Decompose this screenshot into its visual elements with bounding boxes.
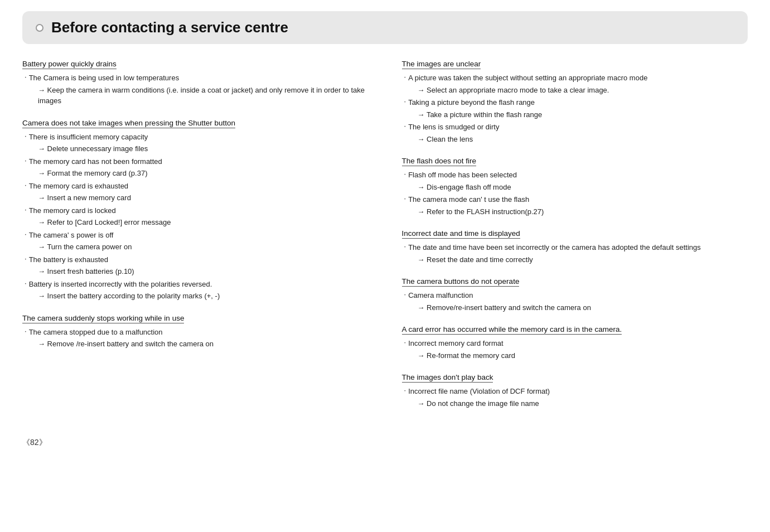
section-flash: The flash does not fire· Flash off mode … [402, 157, 748, 217]
bullet-icon: · [404, 338, 406, 346]
bullet-icon: · [404, 122, 406, 130]
arrow-text: → Clean the lens [418, 134, 473, 145]
section-title-battery: Battery power quickly drains [22, 60, 117, 69]
item-text: The memory card is locked [29, 205, 116, 216]
list-item: · Incorrect memory card format [402, 338, 748, 349]
bullet-icon: · [25, 205, 27, 214]
arrow-line: → Insert the battery according to the po… [22, 291, 369, 302]
section-title-unclear: The images are unclear [402, 60, 481, 69]
item-text: The camera stopped due to a malfunction [29, 327, 163, 338]
bullet-icon: · [404, 194, 406, 202]
list-item: · The camera stopped due to a malfunctio… [22, 327, 369, 338]
bullet-icon: · [25, 181, 27, 189]
arrow-line: → Format the memory card (p.37) [22, 168, 369, 179]
arrow-text: → Remove /re-insert battery and switch t… [38, 338, 214, 350]
list-item: · The memory card is locked [22, 205, 369, 216]
item-text: The memory card is exhausted [29, 181, 128, 192]
arrow-text: → Re-format the memory card [418, 350, 516, 361]
bullet-icon: · [25, 327, 27, 335]
arrow-line: → Dis-engage flash off mode [402, 182, 748, 193]
item-text: The Camera is being used in low temperat… [29, 72, 180, 84]
section-title-playback: The images don't play back [402, 373, 493, 383]
list-item: · The battery is exhausted [22, 254, 369, 265]
bullet-icon: · [25, 132, 27, 140]
bullet-icon: · [404, 290, 406, 298]
bullet-icon: · [25, 254, 27, 263]
list-item: · Battery is inserted incorrectly with t… [22, 279, 369, 290]
header-box: Before contacting a service centre [22, 11, 748, 44]
section-title-flash: The flash does not fire [402, 157, 477, 166]
page-number: 《82》 [22, 438, 748, 448]
section-playback: The images don't play back· Incorrect fi… [402, 373, 748, 409]
arrow-line: → Delete unnecessary image files [22, 143, 369, 154]
arrow-text: → Select an appropriate macro mode to ta… [418, 85, 609, 96]
arrow-line: → Reset the date and time correctly [402, 254, 748, 265]
arrow-line: → Refer to the FLASH instruction(p.27) [402, 206, 748, 217]
arrow-text: → Delete unnecessary image files [38, 143, 148, 154]
arrow-line: → Take a picture within the flash range [402, 109, 748, 120]
section-title-shutter: Camera does not take images when pressin… [22, 119, 235, 128]
bullet-icon: · [404, 242, 406, 250]
arrow-text: → Insert a new memory card [38, 192, 131, 204]
section-shutter: Camera does not take images when pressin… [22, 119, 369, 302]
bullet-icon: · [404, 170, 406, 178]
list-item: · The camera mode can' t use the flash [402, 194, 748, 205]
section-battery: Battery power quickly drains· The Camera… [22, 60, 369, 107]
arrow-text: → Remove/re-insert battery and switch th… [418, 302, 591, 313]
list-item: · The date and time have been set incorr… [402, 242, 748, 253]
arrow-text: → Refer to the FLASH instruction(p.27) [418, 206, 544, 217]
item-text: A picture was taken the subject without … [408, 72, 647, 84]
item-text: Incorrect file name (Violation of DCF fo… [408, 386, 550, 397]
item-text: The lens is smudged or dirty [408, 122, 499, 133]
arrow-text: → Take a picture within the flash range [418, 109, 543, 120]
header-dot-icon [36, 24, 43, 32]
list-item: · The camera' s power is off [22, 230, 369, 241]
section-title-buttons: The camera buttons do not operate [402, 277, 520, 287]
arrow-text: → Insert fresh batteries (p.10) [38, 266, 134, 277]
arrow-text: → Reset the date and time correctly [418, 254, 533, 265]
arrow-line: → Turn the camera power on [22, 241, 369, 253]
list-item: · Incorrect file name (Violation of DCF … [402, 386, 748, 397]
list-item: · The memory card is exhausted [22, 181, 369, 192]
right-column: The images are unclear· A picture was ta… [402, 60, 748, 421]
bullet-icon: · [25, 72, 27, 81]
section-buttons: The camera buttons do not operate· Camer… [402, 277, 748, 313]
arrow-line: → Keep the camera in warm conditions (i.… [22, 85, 369, 107]
arrow-text: → Format the memory card (p.37) [38, 168, 148, 179]
section-title-carderror: A card error has occurred while the memo… [402, 325, 622, 335]
page-title: Before contacting a service centre [51, 19, 288, 36]
arrow-line: → Do not change the image file name [402, 398, 748, 409]
list-item: · There is insufficient memory capacity [22, 132, 369, 143]
bullet-icon: · [25, 279, 27, 287]
item-text: There is insufficient memory capacity [29, 132, 148, 143]
section-carderror: A card error has occurred while the memo… [402, 325, 748, 361]
arrow-line: → Re-format the memory card [402, 350, 748, 361]
item-text: The date and time have been set incorrec… [408, 242, 701, 253]
section-title-datetime: Incorrect date and time is displayed [402, 229, 520, 239]
arrow-line: → Remove/re-insert battery and switch th… [402, 302, 748, 313]
bullet-icon: · [404, 386, 406, 394]
item-text: Flash off mode has been selected [408, 170, 517, 181]
item-text: The camera mode can' t use the flash [408, 194, 529, 205]
left-column: Battery power quickly drains· The Camera… [22, 60, 369, 421]
bullet-icon: · [25, 230, 27, 238]
section-datetime: Incorrect date and time is displayed· Th… [402, 229, 748, 265]
item-text: Battery is inserted incorrectly with the… [29, 279, 212, 290]
list-item: · A picture was taken the subject withou… [402, 72, 748, 84]
arrow-text: → Do not change the image file name [418, 398, 539, 409]
arrow-line: → Insert a new memory card [22, 192, 369, 204]
arrow-text: → Keep the camera in warm conditions (i.… [38, 85, 369, 107]
item-text: Incorrect memory card format [408, 338, 503, 349]
section-stops: The camera suddenly stops working while … [22, 314, 369, 350]
item-text: The memory card has not been formatted [29, 156, 162, 167]
item-text: The camera' s power is off [29, 230, 114, 241]
main-content: Battery power quickly drains· The Camera… [22, 60, 748, 421]
item-text: Taking a picture beyond the flash range [408, 97, 535, 108]
section-unclear: The images are unclear· A picture was ta… [402, 60, 748, 144]
arrow-text: → Dis-engage flash off mode [418, 182, 511, 193]
arrow-line: → Clean the lens [402, 134, 748, 145]
list-item: · The memory card has not been formatted [22, 156, 369, 167]
bullet-icon: · [25, 156, 27, 165]
list-item: · Taking a picture beyond the flash rang… [402, 97, 748, 108]
arrow-line: → Insert fresh batteries (p.10) [22, 266, 369, 277]
